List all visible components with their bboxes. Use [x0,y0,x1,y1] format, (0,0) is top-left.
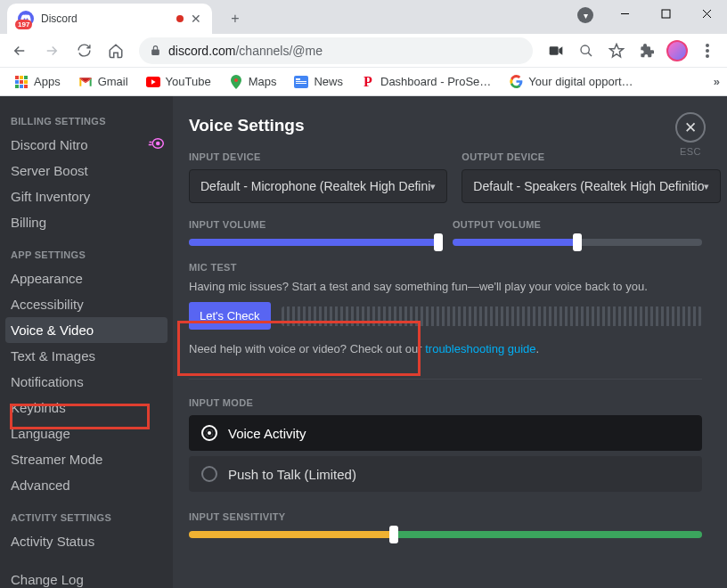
svg-point-16 [156,141,160,145]
bookmark-label: Your digital opport… [528,75,633,88]
bookmark-label: Maps [249,75,277,88]
settings-content: ✕ ESC Voice Settings INPUT DEVICE Defaul… [173,96,727,588]
mic-test-help: Having mic issues? Start a test and say … [189,280,702,293]
sidebar-item-label: Appearance [11,271,83,286]
settings-sidebar: BILLING SETTINGS Discord Nitro Server Bo… [0,96,173,588]
input-mode-label: INPUT MODE [189,397,702,408]
browser-tab[interactable]: 197 Discord ✕ [7,4,212,34]
tab-close-button[interactable]: ✕ [191,12,201,26]
nav-forward-button[interactable] [37,37,66,65]
bookmark-label: Apps [34,75,61,88]
sidebar-item-billing[interactable]: Billing [0,209,173,235]
profile-chip-icon[interactable]: ▾ [577,7,593,23]
address-bar[interactable]: discord.com/channels/@me [139,37,533,64]
bookmark-news[interactable]: News [287,71,350,93]
window-maximize-button[interactable] [645,0,686,27]
sidebar-item-label: Server Boost [11,163,88,178]
zoom-icon[interactable] [572,37,600,65]
bookmark-star-button[interactable] [602,37,631,65]
sidebar-category-billing: BILLING SETTINGS [0,102,173,132]
radio-icon [201,425,217,441]
output-volume-slider[interactable] [453,239,702,246]
browser-toolbar: discord.com/channels/@me [0,34,727,68]
bookmark-label: News [314,75,343,88]
input-device-select[interactable]: Default - Microphone (Realtek High Defin… [189,169,447,203]
bookmark-youtube[interactable]: YouTube [139,71,218,93]
svg-rect-14 [296,83,306,84]
sidebar-item-changelog[interactable]: Change Log [0,567,173,588]
window-close-button[interactable] [686,0,727,27]
nav-home-button[interactable] [102,37,130,65]
camera-indicator-icon[interactable] [542,37,570,65]
mic-level-meter [282,306,702,326]
lets-check-button[interactable]: Let's Check [189,302,271,330]
nav-back-button[interactable] [5,37,34,65]
sidebar-item-streamer[interactable]: Streamer Mode [0,446,173,472]
sidebar-item-label: Language [11,426,70,441]
sidebar-item-nitro[interactable]: Discord Nitro [0,132,173,158]
select-value: Default - Speakers (Realtek High Definit… [473,179,704,193]
bookmark-maps[interactable]: Maps [222,71,284,93]
section-divider [189,379,702,380]
extensions-button[interactable] [633,37,661,65]
sidebar-item-activity-status[interactable]: Activity Status [0,528,173,554]
sidebar-item-label: Voice & Video [11,323,94,338]
troubleshooting-link[interactable]: troubleshooting guide [425,342,535,355]
option-label: Voice Activity [228,426,306,441]
lock-icon [150,45,161,56]
close-button[interactable]: ✕ [675,112,706,143]
sensitivity-slider[interactable] [189,531,702,538]
sidebar-item-text-images[interactable]: Text & Images [0,343,173,369]
bookmark-label: Gmail [98,75,128,88]
input-mode-voice-activity[interactable]: Voice Activity [189,415,702,451]
bookmark-apps[interactable]: Apps [7,71,68,93]
sidebar-item-label: Streamer Mode [11,452,102,467]
maps-icon [229,75,243,89]
browser-menu-button[interactable] [693,37,722,65]
sidebar-category-app: APP SETTINGS [0,235,173,265]
input-device-label: INPUT DEVICE [189,151,447,162]
sidebar-item-voice-video[interactable]: Voice & Video [5,317,167,343]
chevron-down-icon: ▾ [430,181,436,192]
sidebar-item-boost[interactable]: Server Boost [0,158,173,184]
sidebar-item-label: Gift Inventory [11,189,90,204]
sidebar-item-language[interactable]: Language [0,421,173,446]
svg-point-5 [581,45,589,53]
bookmark-dashboard[interactable]: P Dashboard - ProSe… [354,71,498,93]
bookmark-gmail[interactable]: Gmail [71,71,135,93]
google-icon [509,75,523,89]
svg-rect-4 [550,46,559,54]
bookmark-label: Dashboard - ProSe… [380,75,491,88]
select-value: Default - Microphone (Realtek High Defin… [200,179,430,193]
sidebar-item-label: Accessibility [11,297,84,312]
troubleshoot-text: Need help with voice or video? Check out… [189,342,702,355]
sidebar-item-label: Keybinds [11,400,66,415]
sidebar-item-gifts[interactable]: Gift Inventory [0,184,173,209]
sidebar-item-keybinds[interactable]: Keybinds [0,395,173,421]
sidebar-item-notifications[interactable]: Notifications [0,369,173,395]
svg-point-8 [706,54,709,58]
bookmarks-bar: Apps Gmail YouTube Maps News P Dashboard… [0,68,727,96]
sidebar-item-label: Advanced [11,478,70,493]
input-volume-label: INPUT VOLUME [189,219,438,230]
input-mode-group: Voice Activity Push to Talk (Limited) [189,415,702,492]
bookmark-digital[interactable]: Your digital opport… [502,71,640,93]
output-device-select[interactable]: Default - Speakers (Realtek High Definit… [462,169,721,203]
news-icon [294,75,308,89]
sidebar-item-label: Text & Images [11,348,95,363]
nav-reload-button[interactable] [69,37,98,65]
sidebar-item-advanced[interactable]: Advanced [0,472,173,498]
sidebar-item-appearance[interactable]: Appearance [0,265,173,291]
input-mode-push-to-talk[interactable]: Push to Talk (Limited) [189,456,702,492]
page-title: Voice Settings [189,116,702,135]
sidebar-category-activity: ACTIVITY SETTINGS [0,498,173,528]
input-volume-slider[interactable] [189,239,438,246]
profile-avatar[interactable] [663,37,691,65]
discord-favicon: 197 [18,11,34,27]
bookmarks-overflow-button[interactable]: » [714,75,720,88]
window-minimize-button[interactable] [604,0,645,27]
sidebar-item-accessibility[interactable]: Accessibility [0,291,173,317]
new-tab-button[interactable]: + [223,6,248,31]
sensitivity-label: INPUT SENSITIVITY [189,511,702,522]
esc-label: ESC [675,146,706,157]
